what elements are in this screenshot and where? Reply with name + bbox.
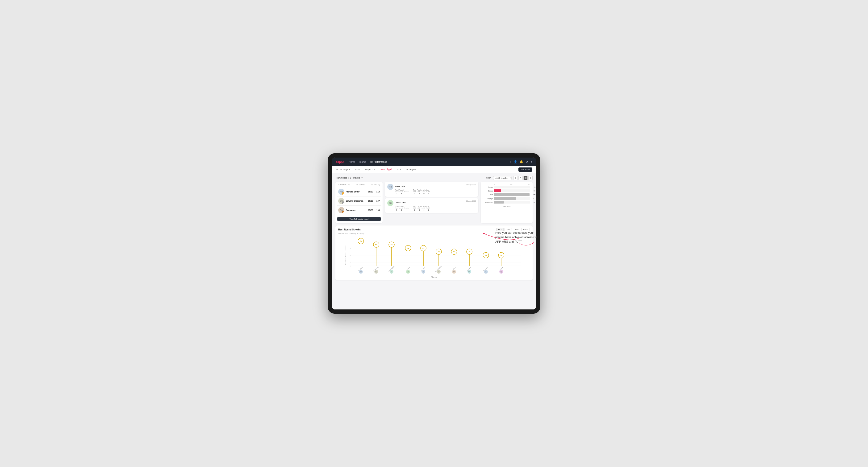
card-player-name: Josh Coles xyxy=(395,201,406,204)
search-icon[interactable]: ⌕ xyxy=(510,160,512,163)
nav-home[interactable]: Home xyxy=(349,160,355,164)
team-name: Team Clippd xyxy=(335,177,347,179)
pb-score: 17/20 xyxy=(368,209,373,211)
table-row: CA 3 Cameron... 17/20 103 xyxy=(337,206,381,215)
bar-label-bogeys: Bogeys xyxy=(483,198,493,199)
profile-icon[interactable]: ● xyxy=(530,160,532,163)
pb-avg: 107 xyxy=(376,200,380,202)
card-view-icon[interactable]: ▤ xyxy=(523,176,528,180)
svg-text:EE: EE xyxy=(360,271,362,273)
card-date: 26 Aug 2023 xyxy=(466,200,476,202)
sublabel-tournament: Tournament xyxy=(395,191,403,192)
table-row: RB 1 Richard Butler 19/20 110 xyxy=(337,187,381,196)
svg-text:4x: 4x xyxy=(468,251,470,253)
nav-my-performance[interactable]: My Performance xyxy=(370,160,387,164)
app-value: 0 xyxy=(418,209,421,211)
add-team-button[interactable]: Add Team xyxy=(519,167,532,172)
bar-label-eagles: Eagles xyxy=(483,186,493,188)
card-avatar: JC xyxy=(387,200,394,206)
sublabel-app: APP xyxy=(417,207,420,209)
sublabel-tournament: Tournament xyxy=(395,207,403,209)
bar-track: 3 xyxy=(494,186,530,188)
player-info: Richard Butler xyxy=(346,191,367,193)
sublabel-ott: OTT xyxy=(413,207,416,209)
chart-view-icon[interactable]: ↕ xyxy=(528,176,533,180)
view-leaderboard-button[interactable]: View Full Leaderboard xyxy=(337,217,381,221)
bell-icon[interactable]: 🔔 xyxy=(520,160,523,163)
stat-label: Total Rounds xyxy=(395,206,409,207)
sub-nav: PGAT Players PGA Hcaps 1-5 Team Clippd T… xyxy=(332,166,536,173)
sub-nav-team-clippd[interactable]: Team Clippd xyxy=(379,166,393,173)
sub-nav-all-players[interactable]: All Players xyxy=(405,166,417,173)
arg-value: 0 xyxy=(423,193,425,195)
sublabel-app: APP xyxy=(417,191,420,192)
svg-text:4: 4 xyxy=(350,255,351,256)
rank-badge: 3 xyxy=(342,211,344,213)
sublabel-practice: Practice xyxy=(404,191,409,192)
player-scores: 18/20 107 xyxy=(368,200,380,202)
view-icons: ⊞ ≡ ▤ ↕ xyxy=(514,176,533,180)
list-view-icon[interactable]: ≡ xyxy=(519,176,523,180)
bar-track: 131 xyxy=(494,201,530,204)
edit-icon[interactable]: ✏ xyxy=(361,177,363,179)
subtitle-main: Off The Tee xyxy=(338,232,348,235)
sub-nav-pga[interactable]: PGA xyxy=(354,166,360,173)
bar-track: 499 xyxy=(494,193,530,196)
stat-practice-activities: Total Practice Activities OTT APP ARG PU… xyxy=(413,206,430,211)
rank-badge: 2 xyxy=(342,201,344,204)
leaderboard-panel: PLAYER NAME PB SCORE PB AVG SQ RB 1 Rich… xyxy=(335,182,382,223)
svg-text:7: 7 xyxy=(350,241,351,242)
ott-value: 0 xyxy=(413,193,416,195)
stat-values: 7 2 xyxy=(395,209,409,211)
settings-icon[interactable]: ⚙ xyxy=(526,160,528,163)
tournament-value: 7 xyxy=(395,209,398,211)
header-pb-score: PB SCORE xyxy=(356,184,365,186)
bar-fill-eagles xyxy=(494,186,494,188)
bar-track: 96 xyxy=(494,189,530,192)
bar-val-pars: 499 xyxy=(533,194,535,195)
svg-text:CQ: CQ xyxy=(500,271,502,273)
avatar: EC 2 xyxy=(338,198,344,204)
sublabel-arg: ARG xyxy=(422,191,425,192)
nav-icons: ⌕ 👤 🔔 ⚙ ● xyxy=(510,160,532,163)
svg-text:6x: 6x xyxy=(375,244,377,246)
sub-nav-tour[interactable]: Tour xyxy=(396,166,401,173)
svg-text:5x: 5x xyxy=(407,247,409,249)
bar-fill-pars xyxy=(494,193,530,196)
ott-value: 0 xyxy=(413,209,416,211)
svg-text:5x: 5x xyxy=(423,247,424,249)
pb-avg: 103 xyxy=(376,209,380,211)
sub-nav-hcaps[interactable]: Hcaps 1-5 xyxy=(364,166,375,173)
player-card: RB Rees Britt 02 Sep 2023 Total Rounds T… xyxy=(385,182,478,197)
nav-teams[interactable]: Teams xyxy=(359,160,366,164)
bar-fill-dbogeys xyxy=(494,201,504,204)
player-scores: 19/20 110 xyxy=(368,191,380,193)
show-label: Show xyxy=(486,177,491,179)
grid-view-icon[interactable]: ⊞ xyxy=(514,176,518,180)
bar-row: Bogeys 311 xyxy=(483,197,530,200)
svg-text:Best Streak, Fairway Accuracy: Best Streak, Fairway Accuracy xyxy=(345,246,346,264)
stat-values: 0 0 0 1 xyxy=(413,209,430,211)
user-icon[interactable]: 👤 xyxy=(514,160,517,163)
annotation-box: Here you can see streaks your players ha… xyxy=(495,231,542,244)
team-header: Team Clippd | 14 Players ✏ Show Last 3 m… xyxy=(335,176,533,180)
show-select[interactable]: Last 3 months xyxy=(493,176,512,180)
card-player-name: Rees Britt xyxy=(395,185,405,187)
svg-text:6: 6 xyxy=(350,248,351,249)
putt-value: 1 xyxy=(427,209,430,211)
svg-text:3x: 3x xyxy=(500,254,502,256)
card-stats: Total Rounds Tournament Practice 7 2 xyxy=(395,206,476,211)
bar-label-dbogeys: D. Bogeys + xyxy=(483,201,493,203)
sub-nav-pgat[interactable]: PGAT Players xyxy=(336,166,351,173)
leaderboard-table-header: PLAYER NAME PB SCORE PB AVG SQ xyxy=(337,184,381,186)
svg-text:DB: DB xyxy=(391,271,393,273)
svg-text:JC: JC xyxy=(407,271,409,273)
arg-value: 0 xyxy=(423,209,425,211)
svg-text:RBu: RBu xyxy=(485,271,487,273)
stat-sublabels: Tournament Practice xyxy=(395,191,409,192)
svg-text:6x: 6x xyxy=(391,244,393,246)
stat-practice-activities: Total Practice Activities OTT APP ARG PU… xyxy=(413,189,430,195)
sublabel-practice: Practice xyxy=(404,207,409,209)
bar-row: D. Bogeys + 131 xyxy=(483,201,530,204)
annotation-text: Here you can see streaks your players ha… xyxy=(495,231,542,244)
